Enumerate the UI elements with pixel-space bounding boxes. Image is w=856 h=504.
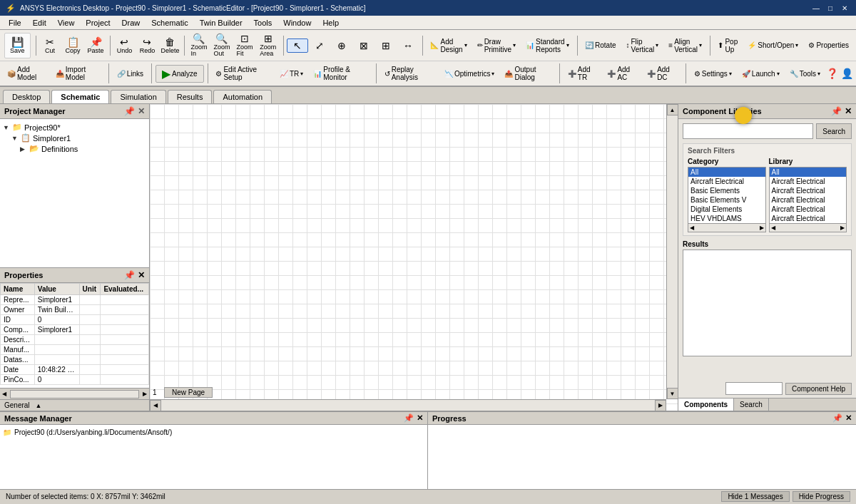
short-open-button[interactable]: ⚡Short/Open▾ [743, 38, 802, 52]
import-model-button[interactable]: 📥Import Model [51, 63, 105, 84]
tr-button[interactable]: 📈TR▾ [275, 67, 307, 81]
menu-schematic[interactable]: Schematic [146, 17, 193, 29]
select5-button[interactable]: ⊞ [375, 38, 397, 53]
zoom-out-button[interactable]: 🔍Zoom Out [211, 31, 233, 59]
select3-button[interactable]: ⊕ [331, 38, 352, 53]
property-row[interactable]: Datas... [1, 355, 149, 365]
cut-button[interactable]: ✂Cut [39, 35, 61, 56]
property-row[interactable]: PinCo...0 [1, 375, 149, 385]
optimetrics-button[interactable]: 📉Optimetrics▾ [440, 67, 499, 81]
pm-close-button[interactable]: ✕ [138, 106, 145, 116]
property-row[interactable]: ID0 [1, 315, 149, 325]
menu-draw[interactable]: Draw [116, 17, 146, 29]
results-list[interactable] [683, 250, 852, 356]
select-button[interactable]: ↖ [287, 38, 308, 53]
scroll-right-button[interactable]: ▶ [655, 400, 666, 411]
tree-item-project[interactable]: ▼ 📁 Project90* [3, 122, 146, 133]
menu-project[interactable]: Project [80, 17, 116, 29]
component-help-input[interactable] [725, 382, 783, 395]
draw-primitive-button[interactable]: ✏Draw Primitive▾ [473, 35, 520, 56]
zoom-fit-button[interactable]: ⊡Zoom Fit [234, 31, 255, 59]
category-item[interactable]: Basic Elements V [688, 195, 765, 205]
lib-scroll-left[interactable]: ◀ [770, 225, 777, 231]
maximize-button[interactable]: □ [825, 2, 836, 14]
add-model-button[interactable]: 📦Add Model [3, 63, 50, 84]
menu-file[interactable]: File [3, 17, 27, 29]
undo-button[interactable]: ↩Undo [113, 35, 135, 56]
category-scrollbar[interactable]: ◀ ▶ [688, 224, 766, 232]
category-item[interactable]: Digital Elements [688, 205, 765, 214]
select4-button[interactable]: ⊠ [353, 38, 374, 53]
scroll-down-button[interactable]: ▼ [667, 388, 678, 399]
analyze-button[interactable]: ▶Analyze [156, 65, 204, 83]
select6-button[interactable]: ↔ [397, 38, 419, 53]
tab-simulation[interactable]: Simulation [111, 90, 165, 103]
new-page-button[interactable]: New Page [164, 387, 213, 398]
library-item[interactable]: All [770, 168, 847, 177]
scroll-up-button[interactable]: ▲ [667, 104, 678, 115]
property-row[interactable]: Repre...Simplorer1 [1, 295, 149, 305]
settings-button[interactable]: ⚙Settings▾ [690, 67, 736, 81]
zoom-area-button[interactable]: ⊞Zoom Area [257, 31, 280, 59]
search-button[interactable]: Search [816, 123, 852, 139]
minimize-button[interactable]: — [810, 2, 822, 14]
copy-button[interactable]: 📋Copy [62, 35, 83, 56]
library-item[interactable]: Aircraft Electrical [770, 214, 847, 223]
properties-footer[interactable]: General ▲ [0, 399, 149, 411]
props-scroll-right[interactable]: ▶ [141, 391, 149, 397]
property-row[interactable]: Descri... [1, 335, 149, 345]
lib-scroll-right[interactable]: ▶ [839, 225, 846, 231]
scroll-track-horizontal[interactable] [161, 400, 655, 411]
library-item[interactable]: Aircraft Electrical [770, 195, 847, 205]
cl-tab-components[interactable]: Components [678, 398, 734, 411]
props-pin-button[interactable]: 📌 [124, 270, 135, 280]
category-item[interactable]: HEV VHDLAMS [688, 214, 765, 223]
add-tr-button[interactable]: ➕Add TR [564, 63, 602, 84]
cl-close-button[interactable]: ✕ [845, 106, 852, 116]
library-item[interactable]: Aircraft Electrical [770, 186, 847, 195]
cl-tab-search[interactable]: Search [734, 398, 769, 411]
save-button[interactable]: 💾Save [6, 35, 29, 56]
menu-help[interactable]: Help [317, 17, 345, 29]
cat-scroll-left[interactable]: ◀ [688, 225, 696, 231]
profile-monitor-button[interactable]: 📊Profile & Monitor [309, 63, 372, 84]
align-vertical-button[interactable]: ≡Align Vertical▾ [664, 35, 706, 56]
cat-scroll-right[interactable]: ▶ [758, 225, 765, 231]
category-item[interactable]: Basic Elements [688, 186, 765, 195]
delete-button[interactable]: 🗑Delete [159, 35, 180, 56]
popup-button[interactable]: ⬆Pop Up [713, 35, 742, 56]
category-list[interactable]: AllAircraft ElectricalBasic ElementsBasi… [688, 167, 766, 224]
mm-pin-button[interactable]: 📌 [404, 413, 414, 423]
menu-tools[interactable]: Tools [248, 17, 278, 29]
tab-desktop[interactable]: Desktop [3, 90, 50, 103]
tab-schematic[interactable]: Schematic [51, 90, 109, 103]
menu-view[interactable]: View [52, 17, 81, 29]
scroll-left-button[interactable]: ◀ [150, 400, 161, 411]
pp-pin-button[interactable]: 📌 [832, 413, 842, 423]
component-search-input[interactable] [683, 123, 813, 139]
links-button[interactable]: 🔗Links [113, 67, 148, 81]
paste-button[interactable]: 📌Paste [85, 35, 106, 56]
pp-close-button[interactable]: ✕ [845, 413, 852, 423]
output-dialog-button[interactable]: 📤Output Dialog [500, 63, 555, 84]
property-row[interactable]: Date10:48:22 0... [1, 365, 149, 375]
property-row[interactable]: Manuf... [1, 345, 149, 355]
property-row[interactable]: OwnerTwin Build... [1, 305, 149, 315]
redo-button[interactable]: ↪Redo [136, 35, 158, 56]
tree-item-definitions[interactable]: ▶ 📂 Definitions [3, 143, 146, 154]
menu-twin-builder[interactable]: Twin Builder [194, 17, 248, 29]
canvas-scrollbar-bottom[interactable]: ◀ ▶ [150, 399, 666, 411]
menu-edit[interactable]: Edit [27, 17, 52, 29]
add-ac-button[interactable]: ➕Add AC [603, 63, 641, 84]
canvas-scrollbar-right[interactable]: ▲ ▼ [666, 104, 678, 399]
scroll-track-vertical[interactable] [667, 115, 678, 388]
edit-active-setup-button[interactable]: ⚙Edit Active Setup [211, 63, 273, 84]
flip-vertical-button[interactable]: ↕Flip Vertical▾ [622, 35, 663, 56]
mm-close-button[interactable]: ✕ [417, 413, 423, 423]
property-row[interactable]: Comp...Simplorer1 [1, 325, 149, 335]
library-item[interactable]: Aircraft Electrical [770, 177, 847, 186]
properties-button[interactable]: ⚙Properties [804, 38, 853, 52]
help-icon[interactable]: ❓ [826, 68, 838, 79]
menu-window[interactable]: Window [277, 17, 317, 29]
tab-results[interactable]: Results [168, 90, 213, 103]
